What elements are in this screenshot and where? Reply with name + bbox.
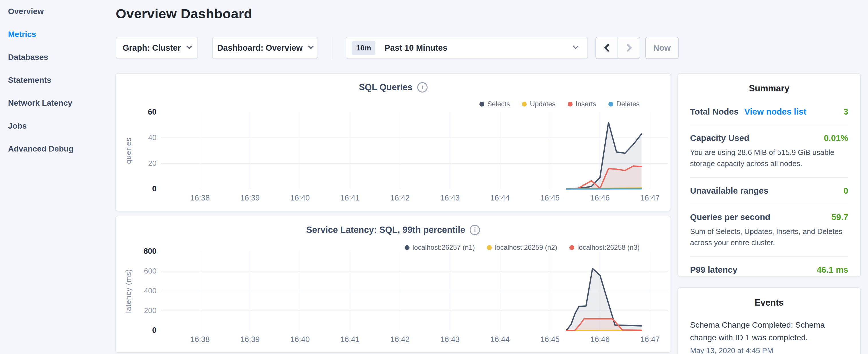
x-tick-label: 16:43	[430, 335, 470, 344]
legend-dot-icon	[487, 245, 492, 250]
graph-scope-dropdown[interactable]: Graph: Cluster	[116, 37, 198, 59]
legend-item: localhost:26257 (n1)	[405, 244, 475, 252]
event-item-text[interactable]: Schema Change Completed: Schema change w…	[690, 319, 848, 344]
sql-queries-chart-card: SQL Queries i SelectsUpdatesInsertsDelet…	[115, 73, 671, 212]
y-tick-label: 400	[114, 286, 156, 296]
summary-row-total-nodes: Total Nodes View nodes list 3	[690, 99, 848, 125]
summary-row-value: 59.7	[832, 212, 848, 222]
summary-row-subtext: You are using 28.6 MiB of 515.9 GiB usab…	[690, 147, 848, 169]
events-panel: Events Schema Change Completed: Schema c…	[677, 287, 861, 354]
x-tick-label: 16:47	[630, 194, 670, 203]
legend-label: localhost:26259 (n2)	[495, 244, 557, 252]
legend-label: Deletes	[616, 100, 640, 108]
sidebar-item-metrics[interactable]: Metrics	[0, 23, 115, 46]
y-tick-label: 60	[114, 108, 156, 117]
chevron-down-icon	[308, 43, 314, 49]
summary-panel: Summary Total Nodes View nodes list 3 Ca…	[677, 73, 861, 277]
summary-row-capacity-used: Capacity Used 0.01% You are using 28.6 M…	[690, 125, 848, 178]
legend-item: Deletes	[608, 100, 640, 108]
legend-label: Inserts	[576, 100, 596, 108]
summary-row-label: Capacity Used	[690, 133, 749, 143]
sidebar: Overview Metrics Databases Statements Ne…	[0, 0, 115, 354]
time-step-buttons	[595, 37, 640, 59]
now-button[interactable]: Now	[645, 37, 679, 59]
legend-item: Selects	[479, 100, 510, 108]
legend-dot-icon	[608, 102, 613, 106]
admin-ui-page: Overview Metrics Databases Statements Ne…	[0, 0, 868, 354]
time-step-back-button[interactable]	[595, 37, 618, 59]
x-tick-label: 16:44	[480, 194, 520, 203]
x-tick-label: 16:40	[280, 194, 320, 203]
dashboard-dropdown[interactable]: Dashboard: Overview	[212, 37, 318, 59]
legend-dot-icon	[405, 245, 409, 250]
x-tick-label: 16:43	[430, 194, 470, 203]
x-tick-label: 16:39	[230, 194, 270, 203]
legend-label: localhost:26257 (n1)	[413, 244, 475, 252]
legend-label: localhost:26258 (n3)	[578, 244, 640, 252]
chart-title: SQL Queries	[359, 82, 412, 93]
summary-title: Summary	[690, 83, 848, 94]
legend-label: Updates	[530, 100, 555, 108]
sidebar-item-network-latency[interactable]: Network Latency	[0, 92, 115, 115]
legend-dot-icon	[569, 245, 574, 250]
sidebar-item-jobs[interactable]: Jobs	[0, 115, 115, 137]
legend-dot-icon	[568, 102, 572, 106]
service-latency-plot[interactable]	[161, 252, 668, 330]
sidebar-item-advanced-debug[interactable]: Advanced Debug	[0, 137, 115, 160]
x-tick-label: 16:46	[580, 194, 620, 203]
legend-item: localhost:26259 (n2)	[487, 244, 557, 252]
view-nodes-list-link[interactable]: View nodes list	[744, 107, 806, 117]
chart-title-row: Service Latency: SQL, 99th percentile i	[116, 225, 671, 235]
y-tick-label: 200	[114, 306, 156, 315]
legend-dot-icon	[479, 102, 484, 106]
chart-legend: SelectsUpdatesInsertsDeletes	[479, 100, 640, 108]
y-tick-label: 40	[114, 133, 156, 142]
x-tick-label: 16:46	[580, 335, 620, 344]
info-icon[interactable]: i	[470, 225, 480, 235]
chevron-right-icon	[624, 44, 631, 52]
summary-row-queries-per-second: Queries per second 59.7 Sum of Selects, …	[690, 204, 848, 257]
chart-legend: localhost:26257 (n1)localhost:26259 (n2)…	[405, 244, 640, 252]
x-tick-label: 16:42	[380, 194, 420, 203]
event-item-timestamp: May 13, 2020 at 4:45 PM	[690, 346, 848, 354]
info-icon[interactable]: i	[417, 82, 428, 93]
summary-row-value: 3	[843, 107, 848, 117]
sidebar-item-statements[interactable]: Statements	[0, 69, 115, 92]
service-latency-chart-card: Service Latency: SQL, 99th percentile i …	[115, 216, 671, 353]
controls-divider	[332, 37, 333, 59]
x-tick-label: 16:45	[530, 194, 570, 203]
x-tick-label: 16:40	[280, 335, 320, 344]
sidebar-item-overview[interactable]: Overview	[0, 0, 115, 23]
x-tick-label: 16:38	[180, 194, 220, 203]
y-tick-label: 0	[114, 185, 156, 194]
y-tick-label: 600	[114, 267, 156, 276]
time-range-selector[interactable]: 10m Past 10 Minutes	[346, 37, 588, 59]
chart-title-row: SQL Queries i	[116, 82, 671, 93]
y-tick-label: 800	[114, 247, 156, 256]
x-tick-label: 16:44	[480, 335, 520, 344]
chevron-left-icon	[604, 44, 612, 52]
summary-row-value: 0.01%	[824, 133, 848, 143]
legend-item: Updates	[522, 100, 555, 108]
sidebar-item-databases[interactable]: Databases	[0, 46, 115, 69]
sql-queries-plot[interactable]	[161, 112, 668, 189]
x-tick-label: 16:42	[380, 335, 420, 344]
x-tick-label: 16:41	[330, 194, 370, 203]
y-axis-title: queries	[124, 112, 133, 189]
y-axis-title: latency (ms)	[124, 252, 133, 330]
page-title: Overview Dashboard	[116, 6, 252, 22]
chevron-down-icon	[186, 43, 192, 49]
time-range-badge: 10m	[352, 41, 375, 55]
x-tick-label: 16:47	[630, 335, 670, 344]
time-step-forward-button[interactable]	[618, 37, 640, 59]
time-range-label: Past 10 Minutes	[384, 43, 447, 53]
summary-row-label: P99 latency	[690, 265, 737, 275]
graph-scope-label: Graph: Cluster	[123, 43, 181, 53]
chart-title: Service Latency: SQL, 99th percentile	[306, 225, 465, 235]
summary-row-value: 46.1 ms	[817, 265, 848, 275]
legend-item: localhost:26258 (n3)	[569, 244, 640, 252]
summary-row-p99-latency: P99 latency 46.1 ms	[690, 257, 848, 283]
summary-row-subtext: Sum of Selects, Updates, Inserts, and De…	[690, 226, 848, 248]
events-title: Events	[690, 297, 848, 308]
legend-label: Selects	[488, 100, 510, 108]
